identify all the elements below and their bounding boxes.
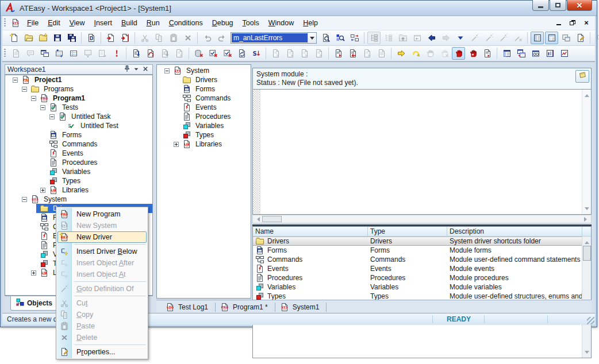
table-row-variables[interactable]: VariablesVariablesModule variables (253, 282, 591, 292)
expand-box-icon[interactable] (40, 188, 45, 193)
new-file-button[interactable] (7, 32, 21, 44)
menu-view[interactable]: View (65, 17, 90, 29)
module-window-button[interactable] (545, 32, 558, 44)
menu-edit[interactable]: Edit (43, 17, 65, 29)
ws-tree-node-system[interactable]: SYSSystem (5, 195, 152, 204)
sort-sequence-button[interactable]: S (249, 47, 263, 60)
scroll-down-icon[interactable] (583, 349, 591, 357)
doc-tab-test-log1[interactable]: LOGTest Log1 (161, 301, 215, 313)
workspace-window-button[interactable] (531, 32, 544, 44)
context-menu-item-properties[interactable]: Properties... (57, 346, 147, 358)
menu-run[interactable]: Run (142, 17, 164, 29)
menu-tools[interactable]: Tools (238, 17, 264, 29)
tab-objects[interactable]: Objects (10, 296, 59, 311)
toolbar-grip[interactable] (4, 49, 6, 58)
workspace-caption[interactable]: Workspace1 (5, 64, 153, 75)
properties-window-button[interactable] (574, 32, 587, 44)
find-button[interactable] (319, 32, 332, 44)
clear-test-results-button[interactable] (192, 47, 205, 60)
caption-menu-button[interactable] (132, 65, 141, 73)
insert-parameter-button[interactable] (52, 47, 66, 60)
expand-box-icon[interactable] (31, 270, 36, 276)
table-row-events[interactable]: EventsEventsModule events (253, 264, 591, 273)
minimize-button[interactable] (532, 0, 549, 11)
ws-tree-node-untitled-task[interactable]: Untitled Task (5, 112, 152, 121)
column-header-type[interactable]: Type (368, 227, 447, 236)
title-bar[interactable]: ATEasy - Workspace1 <Project1> - [System… (1, 1, 597, 16)
column-header-description[interactable]: Description (447, 227, 582, 236)
mdi-restore-button[interactable] (567, 18, 578, 27)
menubar-grip[interactable] (4, 18, 6, 28)
ws-tree-node-commands[interactable]: Commands (5, 140, 152, 149)
expand-box-icon[interactable] (174, 142, 179, 147)
ws-tree-node-types[interactable]: Types (5, 176, 152, 185)
ws-tree-node-forms[interactable]: Forms (5, 130, 152, 140)
scrollbar-thumb[interactable] (262, 216, 282, 222)
scroll-left-icon[interactable] (253, 215, 262, 223)
table-row-drivers[interactable]: DriversDriversSystem driver shortcuts fo… (253, 237, 591, 246)
parameter-grid-button[interactable] (67, 47, 80, 60)
pin-button[interactable] (122, 65, 132, 73)
remove-import-button[interactable] (118, 32, 132, 44)
menu-insert[interactable]: Insert (90, 17, 117, 29)
module-tree-node-events[interactable]: Events (157, 103, 251, 112)
editor-horizontal-scrollbar[interactable] (252, 215, 592, 223)
context-menu-item-new-program[interactable]: PRGNew Program (57, 208, 147, 220)
mdi-close-button[interactable]: × (581, 18, 592, 27)
cascade-window-button[interactable] (559, 32, 573, 44)
navigate-back-button[interactable] (425, 32, 438, 44)
break-on-error-button[interactable] (452, 47, 465, 60)
module-editor-body[interactable] (252, 90, 592, 215)
watch-window-button[interactable] (500, 47, 513, 60)
scroll-down-icon[interactable] (583, 206, 591, 214)
scroll-up-icon[interactable] (583, 90, 591, 98)
ws-tree-node-procedures[interactable]: Procedures (5, 158, 152, 167)
menu-build[interactable]: Build (117, 17, 142, 29)
reload-module-button[interactable] (235, 47, 248, 60)
menu-conditions[interactable]: Conditions (164, 17, 208, 29)
new-form-button[interactable] (38, 47, 51, 60)
profiler-window-button[interactable] (543, 47, 556, 60)
module-tree-node-system[interactable]: SYSSystem (157, 66, 251, 75)
menu-help[interactable]: Help (298, 17, 322, 29)
expand-box-icon[interactable] (40, 105, 45, 110)
go-button[interactable] (394, 47, 408, 60)
ws-tree-node-untitled-test[interactable]: Untitled Test (5, 121, 152, 130)
ws-tree-node-program1[interactable]: PRGProgram1 (5, 94, 152, 103)
context-menu-item-new-driver[interactable]: DRVNew Driver (57, 231, 147, 243)
module-tree-node-libraries[interactable]: LIBLibraries (157, 140, 251, 149)
table-row-commands[interactable]: CommandsCommandsModule user-defined comm… (253, 255, 591, 264)
find-in-files-button[interactable] (333, 32, 347, 44)
ws-tree-node-project1[interactable]: PRJProject1 (5, 75, 152, 84)
expand-box-icon[interactable] (49, 114, 55, 119)
menu-file[interactable]: File (22, 17, 43, 29)
maximize-button[interactable] (550, 0, 566, 11)
symbol-combo[interactable]: m_anLastErrors (231, 32, 317, 44)
close-button[interactable]: ✕ (567, 0, 592, 11)
expand-box-icon[interactable] (31, 96, 36, 101)
ws-tree-node-events[interactable]: Events (5, 149, 152, 158)
open-button[interactable] (22, 32, 35, 44)
scrollbar-thumb[interactable] (583, 246, 591, 261)
renumber-steps-button[interactable] (144, 47, 157, 60)
context-menu-item-insert-driver-below[interactable]: Insert Driver Below (57, 246, 147, 257)
goto-current-step-button[interactable] (332, 47, 345, 60)
doc-tab-system1[interactable]: SYSSystem1 (275, 301, 327, 313)
signals-window-button[interactable] (558, 47, 571, 60)
check-all-modules-button[interactable] (221, 47, 234, 60)
menu-window[interactable]: Window (264, 17, 298, 29)
module-tree-node-variables[interactable]: Variables (157, 121, 251, 130)
run-to-cursor-button[interactable] (481, 47, 494, 60)
combo-dropdown-icon[interactable] (308, 33, 316, 43)
mdi-system-menu-icon[interactable]: SYS (9, 17, 22, 29)
symbol-combo-value[interactable]: m_anLastErrors (232, 33, 308, 42)
goto-previous-step-button[interactable] (346, 47, 359, 60)
notes-button[interactable] (575, 70, 589, 83)
expand-box-icon[interactable] (22, 197, 27, 202)
module-tree-node-types[interactable]: Types (157, 130, 251, 140)
syntax-check-button[interactable] (110, 47, 123, 60)
workspace-close-button[interactable] (141, 65, 150, 73)
table-row-procedures[interactable]: ProceduresProceduresModule procedures (253, 273, 591, 282)
check-module-button[interactable] (206, 47, 220, 60)
mdi-minimize-button[interactable] (554, 18, 564, 27)
